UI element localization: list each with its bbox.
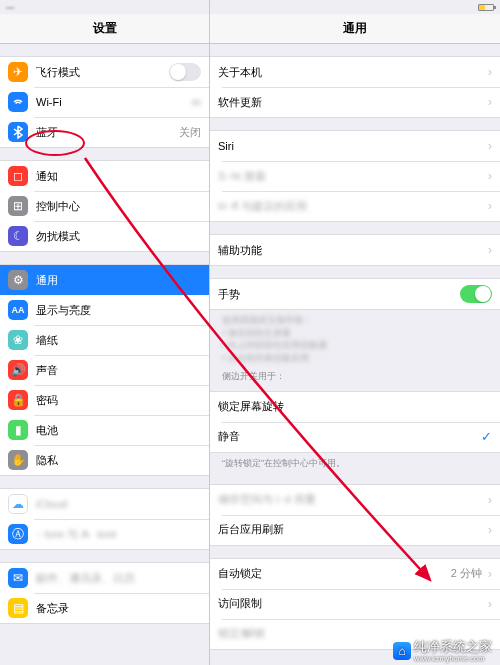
group-apps: ✉ 邮件、通讯录、日历 ▤ 备忘录 xyxy=(0,562,209,624)
bluetooth-icon xyxy=(8,122,28,142)
gestures-footnote: 使用四指或五指手指： • 按压回到主屏幕 • 向上扫回前往应用切换器 • 左右轻… xyxy=(210,310,500,366)
row-siri[interactable]: Siri › xyxy=(210,131,500,161)
chevron-right-icon: › xyxy=(488,493,492,507)
group-accessibility: 辅助功能 › xyxy=(210,234,500,266)
group-wireless: ✈ 飞行模式 Wi-Fi m 蓝牙 关闭 xyxy=(0,56,209,148)
airplane-switch[interactable] xyxy=(169,63,201,81)
chevron-right-icon: › xyxy=(488,169,492,183)
left-scroll[interactable]: ✈ 飞行模式 Wi-Fi m 蓝牙 关闭 ◻ xyxy=(0,44,209,665)
appstore-icon: Ⓐ xyxy=(8,524,28,544)
gestures-switch[interactable] xyxy=(460,285,492,303)
group-accounts: ☁ iCloud Ⓐ ···tore 与 A· ·tore xyxy=(0,488,209,550)
chevron-right-icon: › xyxy=(488,597,492,611)
row-privacy[interactable]: ✋ 隐私 xyxy=(0,445,209,475)
right-header: 通用 xyxy=(210,14,500,44)
side-switch-header: 侧边开关用于： xyxy=(210,366,500,385)
row-icloud[interactable]: ☁ iCloud xyxy=(0,489,209,519)
row-storage[interactable]: 储存空间与 i··d 用量 › xyxy=(210,485,500,515)
airplane-icon: ✈ xyxy=(8,62,28,82)
note-icon: ▤ xyxy=(8,598,28,618)
chevron-right-icon: › xyxy=(488,199,492,213)
settings-master-pane: ••• 设置 ✈ 飞行模式 Wi-Fi m 蓝牙 xyxy=(0,0,210,665)
row-notes[interactable]: ▤ 备忘录 xyxy=(0,593,209,623)
group-side-switch: 锁定屏幕旋转 静音 ✓ xyxy=(210,391,500,453)
cloud-icon: ☁ xyxy=(8,494,28,514)
row-software-update[interactable]: 软件更新 › xyxy=(210,87,500,117)
group-siri: Siri › S··ht 搜索 › H··ff 与建议的应用 › xyxy=(210,130,500,222)
left-title: 设置 xyxy=(93,20,117,37)
check-icon: ✓ xyxy=(481,429,492,444)
row-display-brightness[interactable]: AA 显示与亮度 xyxy=(0,295,209,325)
group-gestures: 手势 xyxy=(210,278,500,310)
battery-icon: ▮ xyxy=(8,420,28,440)
row-passcode[interactable]: 🔒 密码 xyxy=(0,385,209,415)
row-accessibility[interactable]: 辅助功能 › xyxy=(210,235,500,265)
general-detail-pane: 通用 关于本机 › 软件更新 › Siri › S··ht 搜索 xyxy=(210,0,500,665)
row-background-refresh[interactable]: 后台应用刷新 › xyxy=(210,515,500,545)
row-lock-rotation[interactable]: 锁定屏幕旋转 xyxy=(210,392,500,422)
row-restrictions[interactable]: 访问限制 › xyxy=(210,589,500,619)
chevron-right-icon: › xyxy=(488,243,492,257)
gear-icon: ⚙ xyxy=(8,270,28,290)
chevron-right-icon: › xyxy=(488,95,492,109)
row-airplane-mode[interactable]: ✈ 飞行模式 xyxy=(0,57,209,87)
row-control-center[interactable]: ⊞ 控制中心 xyxy=(0,191,209,221)
chevron-right-icon: › xyxy=(488,567,492,581)
chevron-right-icon: › xyxy=(488,523,492,537)
signal-indicator: ••• xyxy=(6,3,14,12)
display-icon: AA xyxy=(8,300,28,320)
row-mail-contacts-calendar[interactable]: ✉ 邮件、通讯录、日历 xyxy=(0,563,209,593)
row-sound[interactable]: 🔊 声音 xyxy=(0,355,209,385)
group-storage: 储存空间与 i··d 用量 › 后台应用刷新 › xyxy=(210,484,500,546)
row-bluetooth[interactable]: 蓝牙 关闭 xyxy=(0,117,209,147)
moon-icon: ☾ xyxy=(8,226,28,246)
row-wifi[interactable]: Wi-Fi m xyxy=(0,87,209,117)
battery-indicator xyxy=(478,4,494,11)
right-scroll[interactable]: 关于本机 › 软件更新 › Siri › S··ht 搜索 › H xyxy=(210,44,500,665)
bell-icon: ◻ xyxy=(8,166,28,186)
row-do-not-disturb[interactable]: ☾ 勿扰模式 xyxy=(0,221,209,251)
row-battery[interactable]: ▮ 电池 xyxy=(0,415,209,445)
row-general[interactable]: ⚙ 通用 xyxy=(0,265,209,295)
flower-icon: ❀ xyxy=(8,330,28,350)
row-handoff[interactable]: H··ff 与建议的应用 › xyxy=(210,191,500,221)
chevron-right-icon: › xyxy=(488,65,492,79)
row-spotlight-search[interactable]: S··ht 搜索 › xyxy=(210,161,500,191)
side-switch-footnote: “旋转锁定”在控制中心中可用。 xyxy=(210,453,500,472)
row-about[interactable]: 关于本机 › xyxy=(210,57,500,87)
row-auto-lock[interactable]: 自动锁定 2 分钟 › xyxy=(210,559,500,589)
mail-icon: ✉ xyxy=(8,568,28,588)
status-bar-right xyxy=(210,0,500,14)
lock-icon: 🔒 xyxy=(8,390,28,410)
speaker-icon: 🔊 xyxy=(8,360,28,380)
status-bar-left: ••• xyxy=(0,0,209,14)
group-about: 关于本机 › 软件更新 › xyxy=(210,56,500,118)
row-lock-unlock[interactable]: 锁定/解锁 xyxy=(210,619,500,649)
row-notifications[interactable]: ◻ 通知 xyxy=(0,161,209,191)
right-title: 通用 xyxy=(343,20,367,37)
group-autolock: 自动锁定 2 分钟 › 访问限制 › 锁定/解锁 xyxy=(210,558,500,650)
toggles-icon: ⊞ xyxy=(8,196,28,216)
left-header: 设置 xyxy=(0,14,209,44)
group-notifications: ◻ 通知 ⊞ 控制中心 ☾ 勿扰模式 xyxy=(0,160,209,252)
group-general-settings: ⚙ 通用 AA 显示与亮度 ❀ 墙纸 🔊 声音 🔒 密码 xyxy=(0,264,209,476)
wifi-icon xyxy=(8,92,28,112)
row-mute[interactable]: 静音 ✓ xyxy=(210,422,500,452)
row-wallpaper[interactable]: ❀ 墙纸 xyxy=(0,325,209,355)
row-app-store[interactable]: Ⓐ ···tore 与 A· ·tore xyxy=(0,519,209,549)
hand-icon: ✋ xyxy=(8,450,28,470)
row-gestures-toggle[interactable]: 手势 xyxy=(210,279,500,309)
chevron-right-icon: › xyxy=(488,139,492,153)
